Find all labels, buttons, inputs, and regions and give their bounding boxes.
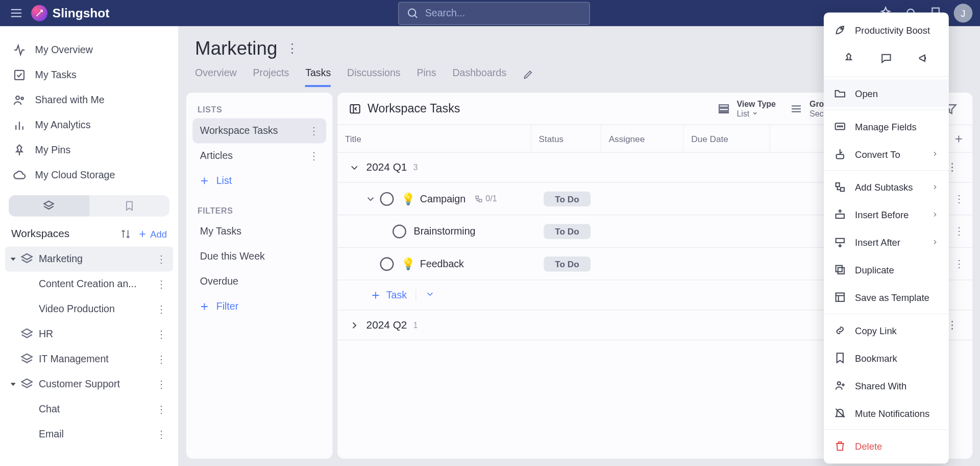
ctx-convert-to[interactable]: Convert To [824, 140, 949, 168]
subtask-count[interactable]: 0/1 [474, 194, 497, 203]
bookmark-outline-icon [124, 200, 135, 212]
activity-icon [12, 43, 26, 57]
ctx-mute-notifications[interactable]: Mute Notifications [824, 399, 949, 427]
list-workspace-tasks[interactable]: Workspace Tasks ⋮ [192, 118, 326, 143]
caret-down-icon[interactable] [9, 380, 17, 388]
svg-rect-53 [836, 266, 842, 272]
tab-overview[interactable]: Overview [195, 67, 237, 87]
status-chip[interactable]: To Do [544, 256, 590, 271]
tab-pins[interactable]: Pins [416, 67, 436, 87]
bar-chart-icon [12, 118, 26, 132]
workspace-more-icon[interactable]: ⋮ [154, 328, 168, 340]
ctx-open[interactable]: Open [824, 80, 949, 107]
ctx-productivity-boost[interactable]: Productivity Boost [824, 16, 949, 44]
caret-down-icon[interactable] [9, 254, 17, 263]
task-more-icon[interactable]: ⋮ [950, 258, 972, 269]
tab-discussions[interactable]: Discussions [347, 67, 401, 87]
tab-projects[interactable]: Projects [253, 67, 289, 87]
add-task-dropdown[interactable] [425, 289, 435, 301]
workspace-child-content-creation[interactable]: Content Creation an... ⋮ [5, 271, 173, 296]
global-search[interactable] [398, 2, 590, 25]
task-checkbox[interactable] [393, 224, 406, 238]
page-more-icon[interactable]: ⋮ [286, 41, 298, 56]
list-articles[interactable]: Articles ⋮ [192, 143, 326, 168]
workspace-more-icon[interactable]: ⋮ [154, 278, 168, 290]
nav-shared-with-me[interactable]: Shared with Me [5, 87, 173, 112]
stack-icon [20, 352, 34, 366]
task-more-icon[interactable]: ⋮ [950, 193, 972, 204]
workspace-more-icon[interactable]: ⋮ [154, 428, 168, 440]
svg-marker-19 [11, 383, 15, 386]
workspace-more-icon[interactable]: ⋮ [154, 303, 168, 315]
section-count: 1 [413, 320, 418, 330]
workspace-it-management[interactable]: IT Management ⋮ [5, 346, 173, 371]
ctx-manage-fields[interactable]: Manage Fields [824, 112, 949, 140]
ctx-insert-after[interactable]: Insert After [824, 228, 949, 256]
status-chip[interactable]: To Do [544, 224, 590, 239]
status-chip[interactable]: To Do [544, 191, 590, 206]
workspace-child-email[interactable]: Email ⋮ [5, 422, 173, 447]
collapse-panel-icon[interactable] [349, 102, 361, 114]
chevron-right-icon [932, 150, 939, 158]
workspace-customer-support[interactable]: Customer Support ⋮ [5, 371, 173, 397]
workspace-more-icon[interactable]: ⋮ [154, 378, 168, 390]
task-more-icon[interactable]: ⋮ [950, 225, 972, 237]
task-checkbox[interactable] [380, 192, 394, 205]
col-status[interactable]: Status [531, 125, 601, 152]
list-more-icon[interactable]: ⋮ [309, 125, 319, 136]
nav-my-cloud-storage[interactable]: My Cloud Storage [5, 162, 173, 188]
chevron-down-icon[interactable] [349, 162, 360, 173]
tab-dashboards[interactable]: Dashboards [452, 67, 506, 87]
chevron-right-icon[interactable] [349, 319, 360, 331]
add-column-button[interactable] [945, 125, 972, 152]
ctx-label: Copy Link [855, 325, 897, 336]
filter-my-tasks[interactable]: My Tasks [192, 219, 326, 244]
edit-tabs-icon[interactable] [523, 67, 534, 87]
search-input[interactable] [425, 8, 582, 19]
workspace-child-video-production[interactable]: Video Production ⋮ [5, 296, 173, 321]
add-list-link[interactable]: List [192, 168, 326, 193]
sort-icon[interactable] [120, 228, 131, 240]
col-title[interactable]: Title [337, 125, 531, 152]
ctx-duplicate[interactable]: Duplicate [824, 256, 949, 284]
ctx-copy-link[interactable]: Copy Link [824, 317, 949, 344]
workspace-more-icon[interactable]: ⋮ [154, 403, 168, 415]
col-due-date[interactable]: Due Date [684, 125, 770, 152]
nav-my-pins[interactable]: My Pins [5, 137, 173, 162]
filter-overdue[interactable]: Overdue [192, 269, 326, 294]
ctx-delete[interactable]: Delete [824, 432, 949, 460]
ctx-chat-icon-button[interactable] [876, 48, 897, 69]
stack-view-toggle[interactable] [9, 195, 89, 217]
workspace-marketing[interactable]: Marketing ⋮ [5, 246, 173, 271]
svg-rect-46 [836, 183, 840, 187]
list-more-icon[interactable]: ⋮ [309, 150, 319, 161]
workspace-hr[interactable]: HR ⋮ [5, 321, 173, 346]
workspace-child-chat[interactable]: Chat ⋮ [5, 397, 173, 422]
nav-my-analytics[interactable]: My Analytics [5, 112, 173, 137]
workspace-more-icon[interactable]: ⋮ [154, 353, 168, 365]
view-type-selector[interactable]: View Type List [717, 99, 776, 118]
add-task-inline-button[interactable]: Task [370, 289, 416, 300]
chevron-down-icon[interactable] [365, 193, 376, 204]
ctx-save-template[interactable]: Save as Template [824, 284, 949, 311]
ctx-add-subtasks[interactable]: Add Subtasks [824, 173, 949, 201]
col-assignee[interactable]: Assignee [601, 125, 684, 152]
svg-point-6 [16, 96, 19, 100]
workspace-more-icon[interactable]: ⋮ [154, 253, 168, 265]
bookmark-view-toggle[interactable] [89, 195, 169, 217]
ctx-announce-icon-button[interactable] [913, 48, 935, 69]
add-filter-link[interactable]: Filter [192, 294, 326, 319]
task-checkbox[interactable] [380, 257, 394, 271]
app-logo[interactable]: Slingshot [31, 5, 109, 21]
user-avatar[interactable]: J [954, 4, 973, 22]
hamburger-menu[interactable] [8, 5, 25, 22]
ctx-pin-icon-button[interactable] [838, 48, 860, 69]
nav-my-overview[interactable]: My Overview [5, 37, 173, 62]
ctx-insert-before[interactable]: Insert Before [824, 201, 949, 228]
ctx-bookmark[interactable]: Bookmark [824, 344, 949, 371]
add-workspace-link[interactable]: Add [138, 229, 167, 240]
nav-my-tasks[interactable]: My Tasks [5, 62, 173, 87]
filter-due-this-week[interactable]: Due this Week [192, 244, 326, 269]
tab-tasks[interactable]: Tasks [305, 67, 331, 87]
ctx-shared-with[interactable]: Shared With [824, 371, 949, 399]
